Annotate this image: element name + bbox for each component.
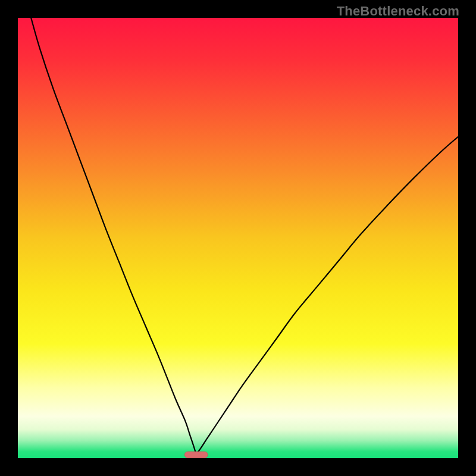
chart-frame: TheBottleneck.com bbox=[0, 0, 476, 476]
bottleneck-curve bbox=[31, 18, 458, 456]
watermark-text: TheBottleneck.com bbox=[337, 4, 459, 19]
minimum-marker bbox=[184, 452, 207, 458]
curve-layer bbox=[18, 18, 458, 458]
plot-area bbox=[18, 18, 458, 458]
